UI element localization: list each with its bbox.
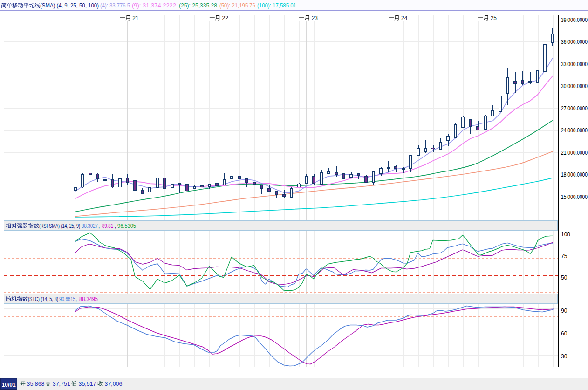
svg-text:96.5305: 96.5305 xyxy=(117,223,136,229)
svg-text:36,000.0000: 36,000.0000 xyxy=(561,39,588,45)
svg-text:25: 25 xyxy=(491,15,497,21)
svg-text:90.6615: 90.6615 xyxy=(59,296,75,302)
svg-text:50: 50 xyxy=(561,274,567,281)
svg-text:60: 60 xyxy=(561,330,567,337)
svg-text:,: , xyxy=(98,223,100,229)
svg-text:24: 24 xyxy=(401,15,408,21)
svg-text:(9): 31,374.2222: (9): 31,374.2222 xyxy=(132,2,176,9)
svg-text:39,000.0000: 39,000.0000 xyxy=(561,17,588,23)
svg-text:88.3495: 88.3495 xyxy=(79,296,98,302)
svg-text:,: , xyxy=(115,223,116,229)
svg-text:27,000.0000: 27,000.0000 xyxy=(561,105,588,112)
svg-text:,: , xyxy=(75,296,77,302)
svg-text:23: 23 xyxy=(312,15,318,21)
svg-text:75: 75 xyxy=(561,253,567,260)
svg-text:(STC) (14, 5, 3): (STC) (14, 5, 3) xyxy=(28,296,58,302)
svg-text:24,000.0000: 24,000.0000 xyxy=(561,127,588,134)
svg-text:10/01: 10/01 xyxy=(2,381,16,388)
svg-text:(25): 25,335.28: (25): 25,335.28 xyxy=(179,2,217,9)
svg-text:35,517: 35,517 xyxy=(79,380,96,387)
svg-text:15,000.0000: 15,000.0000 xyxy=(561,194,588,200)
svg-text:88.3027: 88.3027 xyxy=(82,223,98,229)
svg-text:35,868: 35,868 xyxy=(27,380,45,387)
svg-text:100: 100 xyxy=(561,231,570,238)
svg-text:21,000.0000: 21,000.0000 xyxy=(561,150,588,156)
svg-text:21: 21 xyxy=(132,15,139,21)
svg-text:(SMA) (4, 9, 25, 50, 100): (SMA) (4, 9, 25, 50, 100) xyxy=(40,2,99,9)
svg-text:22: 22 xyxy=(222,15,229,21)
svg-text:18,000.0000: 18,000.0000 xyxy=(561,171,588,178)
svg-text:(RSI-SMA) (14, 25, 9): (RSI-SMA) (14, 25, 9) xyxy=(39,223,80,229)
svg-text:(4): 33,776.5: (4): 33,776.5 xyxy=(100,2,130,9)
svg-text:37,751: 37,751 xyxy=(53,380,70,387)
svg-text:30,000.0000: 30,000.0000 xyxy=(561,83,588,89)
svg-text:90: 90 xyxy=(561,308,567,314)
svg-text:89.81: 89.81 xyxy=(102,223,113,229)
svg-text:33,000.0000: 33,000.0000 xyxy=(561,61,588,68)
svg-text:(50): 21,195.76: (50): 21,195.76 xyxy=(219,2,255,9)
svg-text:37,006: 37,006 xyxy=(105,380,123,387)
svg-text:30: 30 xyxy=(561,353,567,360)
svg-text:(100): 17,585.01: (100): 17,585.01 xyxy=(257,2,296,9)
